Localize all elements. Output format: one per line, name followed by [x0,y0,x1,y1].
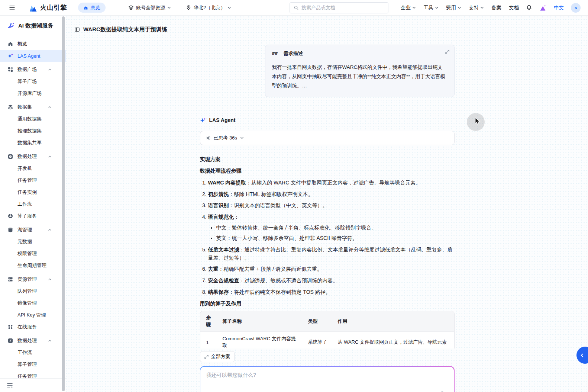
topnav-item-文档[interactable]: 文档 [509,4,519,11]
chevron-up-icon [48,339,52,343]
process-step: 语言规范化：中文：繁体转简体、统一全角 / 半角、标点标准化、移除错别字噪音。英… [208,213,455,242]
user-message-card: ## 需求描述 我有一批来自网页数据，存储在WARC格式的文件中，我希望能够提取… [265,45,455,97]
sidebar-item-lifecycle[interactable]: 生命周期管理 [0,260,66,271]
sidebar-item-apikey-mgmt[interactable]: API Key 管理 [0,309,66,321]
sidebar-item-workflow[interactable]: 工作流 [0,198,66,210]
cylinder-icon [7,227,13,233]
chevron-down-icon [435,6,439,10]
chevron-down-icon [458,6,461,10]
sidebar-item-resource-mgmt[interactable]: 资源管理 [0,273,66,285]
sidebar-item-general-dataset[interactable]: 通用数据集 [0,113,66,125]
send-icon[interactable] [440,389,449,392]
process-step: 安全合规检查：过滤违规、敏感或不适合预训练的内容。 [208,277,455,285]
thought-toggle[interactable]: 已思考 36s [200,131,455,145]
topbar-nav: 企业工具费用支持备案文档 [401,4,519,11]
sidebar-item-devmachine[interactable]: 开发机 [0,163,66,174]
product-search[interactable] [290,2,388,13]
user-avatar[interactable]: s [571,3,581,13]
product-title: AI 数据湖服务 [0,16,66,35]
sidebar-item-overview[interactable]: 概览 [0,38,66,50]
beta-mountain-icon[interactable] [539,4,547,11]
section-operators-title: 用到的算子及作用 [200,301,455,307]
sidebar-item-task-mgmt[interactable]: 任务管理 [0,174,66,186]
sidebar-item-task-instance[interactable]: 任务实例 [0,186,66,198]
sidebar-item-label: 开源库广场 [17,90,42,97]
topbar-right: 企业工具费用支持备案文档 中文 s [290,2,581,13]
topbar: 火山引擎 总览 账号全部资源 华北2（北京） 企业工具费用支持备案文档 中文 s [0,0,588,16]
table-cell: 系统算子 [304,332,333,349]
sidebar-item-permission[interactable]: 权限管理 [0,248,66,260]
sparkle-icon [7,53,13,59]
volcengine-logo[interactable]: 火山引擎 [29,3,67,12]
notification-bell-icon[interactable] [526,4,532,11]
sidebar-item-inference-dataset[interactable]: 推理数据集 [0,125,66,137]
sidebar-item-data-process-2[interactable]: 数据处理 [0,335,66,347]
sidebar-item-dataset[interactable]: 数据集 [0,101,66,113]
user-message-heading: ## 需求描述 [272,50,448,57]
topbar-divider [117,5,117,11]
sidebar-item-task-mgmt-2[interactable]: 任务管理 [0,370,66,378]
sidebar-item-online-service[interactable]: 在线服务 [0,321,66,333]
location-pin-icon [186,5,191,10]
page-header: WARC数据提取纯文本用于预训练 [66,16,588,35]
sidebar-scrollbar[interactable] [62,16,65,391]
logo-text: 火山引擎 [40,3,67,12]
sidebar-item-operator-plaza[interactable]: 算子广场 [0,75,66,87]
topnav-item-备案[interactable]: 备案 [491,4,501,11]
resources-icon [128,5,134,10]
sidebar-item-label: 在线服务 [17,324,37,330]
language-switch[interactable]: 中文 [554,4,564,11]
topnav-item-费用[interactable]: 费用 [446,4,461,11]
sidebar-item-data-process[interactable]: 数据处理 [0,151,66,163]
sidebar-item-dataset-share[interactable]: 数据集共享 [0,137,66,149]
sidebar-item-image-mgmt[interactable]: 镜像管理 [0,297,66,309]
think-spark-icon [206,135,211,141]
overview-tab[interactable]: 总览 [78,3,106,13]
agent-header: LAS Agent [200,117,455,123]
sidebar-item-oss-plaza[interactable]: 开源库广场 [0,87,66,99]
section-plan-title: 实现方案 [200,156,455,163]
table-body: 1CommonCrawl WARC 文件内容提取系统算子从 WARC 文件提取网… [200,332,454,349]
procbox-icon [7,154,13,160]
all-plans-button[interactable]: 全部方案 [200,351,235,362]
page-title: WARC数据提取纯文本用于预训练 [83,26,167,33]
home-icon [83,5,88,10]
topnav-item-企业[interactable]: 企业 [401,4,416,11]
topnav-item-工具[interactable]: 工具 [423,4,439,11]
topnav-item-支持[interactable]: 支持 [469,4,484,11]
sidebar-item-label: 工作流 [17,349,32,356]
region-selector[interactable]: 华北2（北京） [186,4,231,11]
prompt-input-box [200,367,454,392]
sidebar-item-las-agent[interactable]: LAS Agent [0,50,66,62]
table-header-cell: 类型 [304,311,333,332]
panel-toggle-icon[interactable] [74,27,80,32]
collapse-sidebar-icon[interactable] [7,383,59,388]
table-header-cell: 算子名称 [218,311,304,332]
sidebar-item-lake-mgmt[interactable]: 湖管理 [0,224,66,236]
table-cell: 从 WARC 文件提取网页正文，过滤广告、导航元素 [333,332,454,349]
chevron-up-icon [48,105,52,109]
sidebar-item-label: 镜像管理 [17,300,37,306]
search-input[interactable] [301,5,384,10]
sidebar-item-label: 队列管理 [17,288,37,295]
sidebar-item-label: 推理数据集 [17,128,42,134]
sidebar-item-workflow-2[interactable]: 工作流 [0,347,66,359]
table-header-cell: 步骤 [200,311,218,332]
operators-table: 步骤算子名称类型作用 1CommonCrawl WARC 文件内容提取系统算子从… [200,311,454,348]
expand-message-icon[interactable] [445,49,450,54]
sidebar-item-label: 数据集 [17,104,32,110]
sidebar-item-operator-service[interactable]: 算子服务 [0,210,66,222]
grid-icon [7,67,13,73]
sidebar-item-queue-mgmt[interactable]: 队列管理 [0,285,66,297]
sidebar-item-operator-mgmt[interactable]: 算子管理 [0,359,66,370]
sidebar-item-data-plaza[interactable]: 数据广场 [0,64,66,75]
codebox-icon [7,338,13,344]
sidebar-item-label: 资源管理 [17,276,37,283]
sidebar-item-metadata[interactable]: 元数据 [0,236,66,248]
topbar-left: 火山引擎 总览 账号全部资源 华北2（北京） [7,3,231,13]
account-resources-selector[interactable]: 账号全部资源 [128,4,171,11]
sidebar-item-label: 任务管理 [17,373,37,378]
sidebar-item-label: API Key 管理 [17,312,46,318]
prompt-textarea[interactable] [206,372,436,392]
hamburger-menu-icon[interactable] [7,3,17,12]
